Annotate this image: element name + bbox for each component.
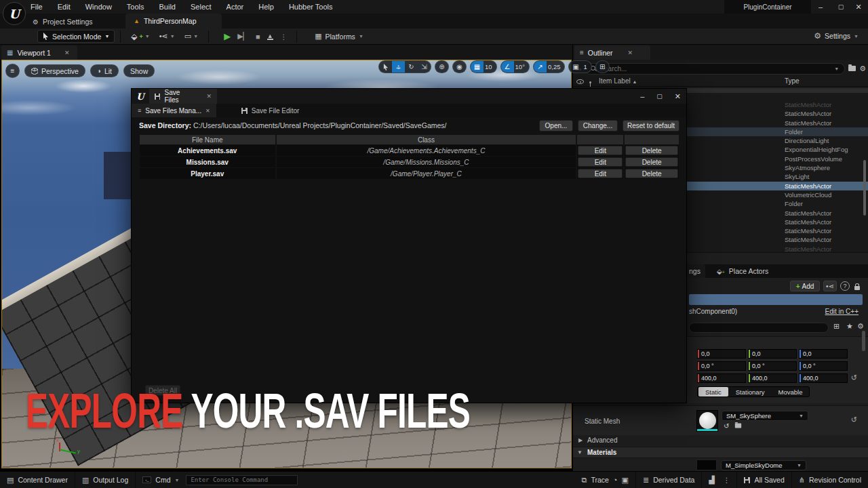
column-class[interactable]: Class [277,135,576,144]
grid-snap-toggle[interactable]: ▦ [471,60,484,73]
edit-button[interactable]: Edit [578,169,623,178]
quad-view-button[interactable]: ⊞ [596,60,609,73]
scale-x-field[interactable]: 400,0 [697,373,746,383]
outliner-search-input[interactable] [599,65,831,73]
location-z-field[interactable]: 0,0 [799,349,848,359]
rotate-tool-button[interactable]: ↻ [405,60,418,73]
change-button[interactable]: Change... [578,120,618,131]
material-thumbnail[interactable] [696,460,717,470]
scale-snap-value[interactable]: 0,25 [547,63,565,70]
reset-scale-icon[interactable]: ↺ [851,373,857,382]
window-minimize-icon[interactable]: – [640,92,644,100]
use-selected-asset-icon[interactable]: ↺ [724,422,729,430]
subtab-close-icon[interactable]: ✕ [205,108,210,114]
outliner-tab[interactable]: ≡ Outliner ✕ [574,45,650,60]
add-component-button[interactable]: + Add [790,281,820,291]
scale-tool-button[interactable]: ⇲ [418,60,431,73]
details-search-input[interactable] [689,323,829,333]
rotation-z-field[interactable]: 0,0 ° [799,361,848,371]
column-item-label[interactable]: Item Label ▲ [599,77,637,85]
eject-button[interactable]: ▲ [267,33,273,40]
add-actor-dropdown[interactable]: ⬙+▼ [131,32,149,41]
menu-actor[interactable]: Actor [226,3,244,11]
window-maximize-icon[interactable]: ▢ [656,93,663,100]
lock-button[interactable] [852,281,862,291]
blueprint-button[interactable]: •⋖ [823,281,837,291]
tab-place-actors[interactable]: ⬙+ Place Actors [717,264,768,278]
advanced-row[interactable]: ▶ Advanced [573,435,868,446]
window-close-icon[interactable]: ✕ [675,92,681,101]
all-saved-button[interactable]: All Saved [737,472,791,488]
kebab-icon[interactable]: ⋮ [723,476,730,484]
play-options-kebab[interactable]: ⋮ [280,33,288,41]
clock-icon[interactable]: ◔ [613,476,618,484]
close-button[interactable]: ✕ [849,0,868,14]
viewport-tab-close-icon[interactable]: ✕ [64,49,70,56]
play-button[interactable]: ▶ [224,31,231,41]
tab-close-icon[interactable]: ✕ [206,93,212,100]
tab-save-files-manager[interactable]: ≡ Save Files Mana... ✕ [132,104,216,117]
visibility-eye-icon[interactable] [576,79,584,84]
edit-button[interactable]: Edit [578,146,623,155]
viewport-tab[interactable]: ▦ Viewport 1 ✕ [1,45,77,60]
pin-icon[interactable] [589,81,591,83]
surface-snapping-button[interactable]: ◉ [453,60,466,73]
browse-to-asset-icon[interactable] [734,422,742,430]
table-row[interactable]: Player.sav /Game/Player.Player_C Edit De… [140,168,679,179]
lit-dropdown[interactable]: ◑ Lit [90,64,119,77]
settings-dropdown[interactable]: ⚙ Settings ▼ [814,31,859,41]
location-y-field[interactable]: 0,0 [748,349,797,359]
rotation-x-field[interactable]: 0,0 ° [697,361,746,371]
favorites-star-icon[interactable]: ★ [846,322,853,331]
menu-window[interactable]: Window [85,3,112,11]
scale-y-field[interactable]: 400,0 [748,373,797,383]
grid-snap-value[interactable]: 10 [484,63,496,70]
perf-graph-button[interactable]: ▟ ⋮ [702,472,737,488]
select-tool-button[interactable] [379,60,392,73]
perspective-dropdown[interactable]: Perspective [24,64,85,77]
selection-mode-dropdown[interactable]: Selection Mode ▼ [37,30,115,43]
cmd-dropdown[interactable]: ›_ Cmd ▼ [136,472,186,488]
move-tool-button[interactable]: ↔↕ [392,60,405,73]
tab-save-file-editor[interactable]: Save File Editor [235,104,306,117]
menu-hubber-tools[interactable]: Hubber Tools [289,3,333,11]
outliner-settings-gear-icon[interactable]: ⚙ [859,64,866,73]
scale-snap-toggle[interactable]: ↗ [534,60,547,73]
reset-to-default-button[interactable]: Reset to default [623,120,679,131]
output-log-button[interactable]: ▥ Output Log [75,472,136,488]
menu-edit[interactable]: Edit [58,3,71,11]
outliner-scrollbar[interactable] [863,160,866,216]
revision-control-button[interactable]: ⋔ Revision Control [792,472,868,488]
menu-tools[interactable]: Tools [127,3,144,11]
mobility-stationary[interactable]: Stationary [729,387,772,396]
console-command-input[interactable] [186,475,298,485]
menu-select[interactable]: Select [191,3,212,11]
component-name-fragment[interactable]: shComponent0) [689,308,737,315]
location-x-field[interactable]: 0,0 [697,349,746,359]
snapshot-icon[interactable]: ▣ [622,476,629,485]
search-options-chevron-icon[interactable]: ▼ [834,66,839,71]
minimize-button[interactable]: – [811,0,830,14]
table-row[interactable]: Achievements.sav /Game/Achievements.Achi… [140,145,679,156]
delete-button[interactable]: Delete [625,157,678,167]
column-type[interactable]: Type [785,77,800,85]
stop-button[interactable]: ■ [256,33,260,41]
blueprints-dropdown[interactable]: •⋖▼ [159,32,175,41]
world-space-button[interactable]: ⊕ [435,60,448,73]
menu-file[interactable]: File [31,3,43,11]
trace-button[interactable]: ⧉ Trace ◔ ▣ [575,472,636,488]
static-mesh-thumbnail[interactable] [696,410,718,432]
rotation-snap-toggle[interactable]: ∠ [501,60,514,73]
selected-component-bar[interactable] [689,294,863,305]
table-row[interactable]: Missions.sav /Game/Missions.Missions_C E… [140,157,679,167]
edit-button[interactable]: Edit [578,157,623,167]
outliner-search[interactable]: ▼ [585,63,845,75]
open-button[interactable]: Open... [539,120,573,131]
tab-project-settings[interactable]: ⚙ Project Settings [33,15,93,28]
content-drawer-button[interactable]: ▤ Content Drawer [0,472,75,488]
tab-thirdpersonmap[interactable]: ▲ ThirdPersonMap [125,14,222,28]
edit-in-cpp-link[interactable]: Edit in C++ [825,308,859,315]
camera-speed-value[interactable]: 1 [582,63,591,70]
materials-header-row[interactable]: ▼ Materials [573,447,868,458]
create-folder-icon[interactable] [848,66,856,71]
